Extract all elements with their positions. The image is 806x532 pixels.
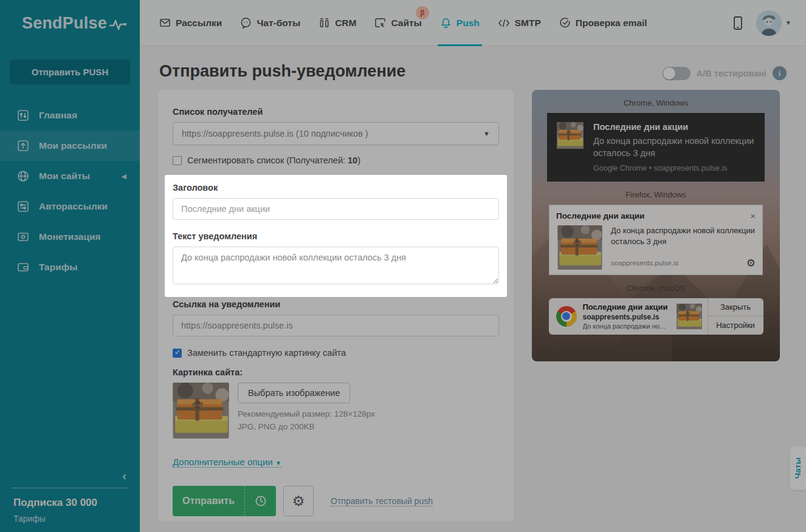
sidebar-item-label: Тарифы [39,262,78,273]
sidebar-item-my-campaigns[interactable]: Мои рассылки [0,131,140,161]
logo[interactable]: SendPulse [0,0,140,46]
preview-os-label: Chrome, macOS [532,284,780,293]
send-button[interactable]: Отправить [173,486,244,516]
automation-icon [17,200,29,213]
nav-item-chatbots[interactable]: Чат-боты [240,0,300,46]
notification-body: До конца распродажи новой коллекции оста… [611,225,756,248]
ab-testing-toggle[interactable] [663,67,691,80]
nav-label: Сайты [391,18,421,29]
divider [11,488,129,488]
sidebar-item-my-sites[interactable]: Мои сайты ◀ [0,161,140,191]
notification-image [557,122,584,149]
code-icon [498,18,510,28]
sidebar-item-monetization[interactable]: Монетизация [0,222,140,252]
chats-side-tab[interactable]: Чаты [790,446,806,490]
replace-image-label: Заменить стандартную картинку сайта [187,348,346,358]
sidebar: SendPulse Отправить PUSH Главная Мои рас… [0,0,140,532]
link-input[interactable] [173,315,499,336]
chrome-macos-preview: Последние дни акции soappresents.pulse.i… [549,298,763,335]
text-label: Текст уведомления [173,231,499,241]
crm-icon [319,17,330,29]
title-input[interactable] [173,198,499,220]
ab-testing-label: A/B тестировані [697,69,766,78]
tariffs-link[interactable]: Тарифы [10,514,130,523]
sidebar-item-label: Главная [39,110,77,121]
test-push-link[interactable]: Отправить тестовый push [331,496,433,506]
notification-title: Последние дни акции [593,122,755,132]
notification-body: До конца распродажи новой… [583,322,670,330]
nav-label: Рассылки [176,18,222,29]
nav-item-push[interactable]: Push [440,0,480,46]
additional-options-link[interactable]: Дополнительные опции ▼ [173,457,281,468]
sidebar-item-label: Мои сайты [39,171,90,182]
close-icon[interactable]: × [750,211,756,221]
sidebar-item-label: Мои рассылки [39,140,107,151]
recipients-value: https://soappresents.pulse.is (10 подпис… [182,129,368,138]
caret-down-icon: ▼ [483,130,490,137]
money-icon [17,231,29,243]
replace-image-checkbox[interactable] [173,349,182,358]
notification-source: Google Chrome • soappresents.pulse.is [593,164,755,172]
site-image-row: Выбрать изображение Рекомендуемый размер… [173,383,499,438]
segment-checkbox-row: Сегментировать список (Получателей: 10) [173,155,499,165]
toggle-knob [663,67,675,80]
chrome-windows-preview: Последние дни акции До конца распродажи … [547,113,765,182]
text-textarea[interactable]: До конца распродажи новой коллекции оста… [173,247,499,284]
nav-item-campaigns[interactable]: Рассылки [159,0,222,46]
title-label: Заголовок [173,183,499,193]
sidebar-item-autocampaigns[interactable]: Авторассылки [0,191,140,222]
sidebar-item-label: Монетизация [39,231,101,242]
subscription-label: Подписка 30 000 [10,497,130,509]
push-form-card: Список получателей https://soappresents.… [158,90,514,521]
settings-button[interactable]: ⚙ [283,486,314,516]
gear-icon[interactable]: ⚙ [746,257,756,270]
format-hint: JPG, PNG до 200KB [238,422,375,431]
nav-item-sites[interactable]: Сайты β [374,0,421,46]
beta-badge: β [416,6,429,19]
send-push-button[interactable]: Отправить PUSH [10,60,130,84]
nav-label: Проверка email [576,18,647,29]
choose-image-button[interactable]: Выбрать изображение [238,383,350,403]
close-button[interactable]: Закрыть [708,298,763,316]
firefox-windows-preview: Последние дни акции × До конца распродаж… [549,205,763,275]
size-hint: Рекомендуемый размер: 128×128px [238,409,375,418]
schedule-button[interactable] [244,486,276,516]
clock-icon [255,495,267,507]
nav-item-crm[interactable]: CRM [319,0,356,46]
sidebar-nav: Главная Мои рассылки Мои сайты ◀ Авторас… [0,100,140,282]
recipients-select[interactable]: https://soappresents.pulse.is (10 подпис… [173,122,499,145]
notification-body: До конца распродажи новой коллекции оста… [593,135,755,160]
chatbot-icon [240,17,252,29]
ab-testing-row: A/B тестировані i [663,66,787,80]
globe-icon [17,170,29,182]
notification-image [556,225,604,270]
link-label: Ссылка на уведомлении [173,299,499,309]
page-title: Отправить push-уведомление [159,62,405,81]
nav-label: Чат-боты [257,18,300,29]
sidebar-item-label: Авторассылки [39,201,108,212]
chevron-left-icon: ◀ [122,172,126,180]
spotlight-section: Заголовок Текст уведомления До конца рас… [165,175,507,297]
segment-checkbox[interactable] [173,156,182,165]
caret-down-icon: ▼ [785,19,791,26]
logo-text: SendPulse [22,14,107,33]
send-campaign-icon [17,140,29,152]
account-menu[interactable]: ▼ [756,10,791,36]
sites-icon [374,17,386,29]
nav-item-email-verification[interactable]: Проверка email [559,0,647,46]
site-image-thumbnail [173,383,229,438]
sidebar-collapse-button[interactable]: ‹ [10,469,130,483]
chrome-logo-icon [556,306,577,327]
gear-icon: ⚙ [292,493,305,510]
nav-item-smtp[interactable]: SMTP [498,0,541,46]
avatar [756,10,782,36]
sidebar-item-tariffs[interactable]: Тарифы [0,252,140,282]
nav-label: Push [456,18,480,29]
nav-label: CRM [335,18,356,29]
sidebar-item-home[interactable]: Главная [0,100,140,131]
info-icon[interactable]: i [773,66,787,80]
caret-down-icon: ▼ [275,460,281,466]
chats-tab-label: Чаты [793,457,802,479]
settings-button[interactable]: Настройки [708,316,763,335]
phone-icon[interactable] [733,16,743,30]
